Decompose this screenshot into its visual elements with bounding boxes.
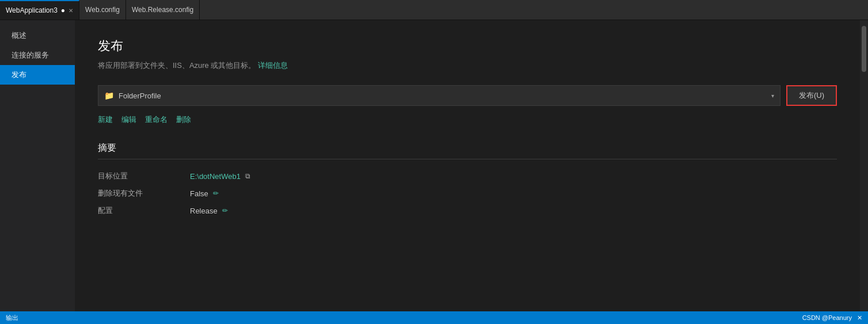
summary-divider — [98, 159, 837, 159]
target-label: 目标位置 — [98, 171, 190, 181]
sidebar-item-publish[interactable]: 发布 — [0, 65, 75, 85]
tab-webconfig[interactable]: Web.config — [79, 0, 126, 20]
status-right: CSDN @Peanury ✕ — [802, 314, 862, 322]
tab-webrelease[interactable]: Web.Release.config — [126, 0, 200, 20]
summary-table: 目标位置 E:\dotNetWeb1 ⧉ 删除现有文件 False ✏ 配置 R… — [98, 171, 837, 216]
summary-title: 摘要 — [98, 142, 837, 154]
delete-link[interactable]: 删除 — [176, 115, 191, 125]
folder-icon: 📁 — [104, 91, 114, 100]
sidebar: 概述 连接的服务 发布 — [0, 20, 75, 311]
delete-files-label: 删除现有文件 — [98, 188, 190, 199]
edit-icon[interactable]: ✏ — [222, 207, 228, 215]
config-label: 配置 — [98, 205, 190, 216]
summary-row-config: 配置 Release ✏ — [98, 205, 837, 216]
status-bar: 输出 CSDN @Peanury ✕ — [0, 311, 868, 324]
detail-link[interactable]: 详细信息 — [258, 61, 288, 70]
tab-label: WebApplication3 — [6, 6, 58, 14]
tab-webapplication3[interactable]: WebApplication3 ● ✕ — [0, 0, 79, 20]
status-csdn-label: CSDN @Peanury — [802, 314, 852, 321]
edit-link[interactable]: 编辑 — [121, 115, 136, 125]
main-area: 概述 连接的服务 发布 发布 将应用部署到文件夹、IIS、Azure 或其他目标… — [0, 20, 868, 311]
chevron-down-icon: ▾ — [771, 93, 774, 99]
tab-dot: ● — [61, 6, 65, 14]
status-left: 输出 — [6, 314, 18, 322]
target-value: E:\dotNetWeb1 ⧉ — [190, 172, 250, 181]
copy-icon[interactable]: ⧉ — [245, 172, 250, 180]
config-value: Release ✏ — [190, 207, 228, 215]
scrollbar-thumb[interactable] — [862, 26, 866, 72]
profile-dropdown[interactable]: 📁 FolderProfile ▾ — [98, 85, 781, 106]
rename-link[interactable]: 重命名 — [145, 115, 167, 125]
tab-label: Web.Release.config — [132, 6, 193, 14]
delete-files-value: False ✏ — [190, 189, 219, 198]
edit-icon[interactable]: ✏ — [213, 189, 219, 197]
publish-button[interactable]: 发布(U) — [786, 85, 837, 106]
profile-name: FolderProfile — [119, 92, 771, 100]
new-link[interactable]: 新建 — [98, 115, 113, 125]
status-close-icon[interactable]: ✕ — [857, 314, 862, 322]
content-area: 发布 将应用部署到文件夹、IIS、Azure 或其他目标。 详细信息 📁 Fol… — [75, 20, 860, 311]
profile-row: 📁 FolderProfile ▾ 发布(U) — [98, 85, 837, 106]
summary-row-delete-files: 删除现有文件 False ✏ — [98, 188, 837, 199]
page-description: 将应用部署到文件夹、IIS、Azure 或其他目标。 详细信息 — [98, 60, 837, 71]
tab-close-icon[interactable]: ✕ — [68, 7, 73, 14]
sidebar-item-overview[interactable]: 概述 — [0, 26, 75, 45]
action-links: 新建 编辑 重命名 删除 — [98, 115, 837, 125]
sidebar-item-connected-services[interactable]: 连接的服务 — [0, 45, 75, 65]
scrollbar[interactable] — [860, 20, 868, 311]
status-output-label: 输出 — [6, 314, 18, 322]
page-title: 发布 — [98, 37, 837, 55]
summary-row-target: 目标位置 E:\dotNetWeb1 ⧉ — [98, 171, 837, 181]
tab-bar: WebApplication3 ● ✕ Web.config Web.Relea… — [0, 0, 868, 20]
tab-label: Web.config — [85, 6, 120, 14]
